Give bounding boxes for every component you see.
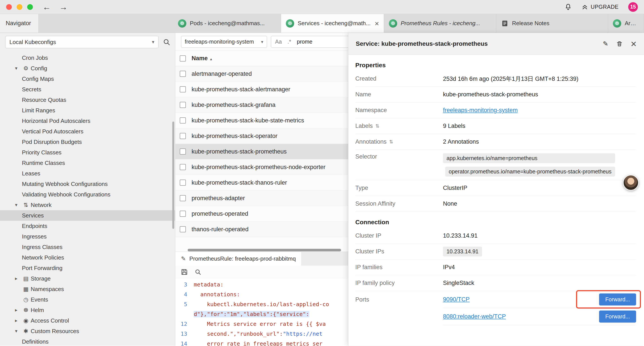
row-checkbox[interactable]: [180, 133, 186, 139]
sidebar-tree-item[interactable]: ▸ ◉ Access Control: [0, 315, 175, 326]
sidebar-tree-item[interactable]: Horizontal Pod Autoscalers: [0, 116, 175, 126]
row-checkbox[interactable]: [180, 226, 186, 232]
expand-collapse-icon[interactable]: ⇅: [389, 139, 393, 145]
notification-count-badge[interactable]: 15: [628, 2, 638, 12]
row-checkbox[interactable]: [180, 102, 186, 108]
sidebar-tree-item[interactable]: Cron Jobs: [0, 52, 175, 63]
sidebar-tree-item[interactable]: Limit Ranges: [0, 105, 175, 116]
close-icon[interactable]: ×: [631, 39, 636, 49]
tab-prometheus-rules[interactable]: ☸ Prometheus Rules - icecheng...: [384, 14, 496, 33]
regex-toggle[interactable]: .*: [288, 38, 291, 45]
select-all-checkbox[interactable]: [180, 55, 186, 61]
property-value: 10.233.14.91: [443, 232, 478, 239]
scrollbar-thumb[interactable]: [188, 249, 341, 251]
row-checkbox[interactable]: [180, 86, 186, 92]
edit-icon[interactable]: ✎: [603, 40, 608, 47]
sidebar-tree-item[interactable]: Endpoints: [0, 221, 175, 231]
expand-collapse-icon[interactable]: ⇅: [376, 123, 380, 129]
sidebar-tree-item[interactable]: ▸ ▤ Storage: [0, 273, 175, 284]
row-checkbox[interactable]: [180, 71, 186, 77]
row-checkbox[interactable]: [180, 180, 186, 186]
sidebar-scrollbar[interactable]: [172, 122, 174, 229]
forward-port-button[interactable]: Forward...: [599, 311, 636, 323]
forward-port-button[interactable]: Forward...: [599, 294, 636, 306]
sidebar-tree-item[interactable]: Network Policies: [0, 252, 175, 263]
kubeconfig-selector[interactable]: Local Kubeconfigs ▾: [5, 36, 158, 48]
tree-expander-icon[interactable]: ▾: [12, 202, 21, 208]
back-button[interactable]: ←: [42, 3, 51, 11]
row-checkbox[interactable]: [180, 164, 186, 170]
sidebar-tree-item[interactable]: Definitions: [0, 336, 175, 346]
sidebar-tree-item[interactable]: ▾ ⇅ Network: [0, 200, 175, 210]
sidebar-tree-item[interactable]: Ingresses: [0, 231, 175, 242]
editor-search-icon[interactable]: [195, 269, 201, 275]
tab-pods[interactable]: ☸ Pods - icecheng@mathmas...: [173, 14, 281, 33]
user-avatar[interactable]: [623, 175, 639, 191]
navigator-tree: Cron Jobs ▾ ⚙ Config Config Maps Secrets…: [0, 51, 175, 346]
tree-item-label: Port Forwarding: [22, 265, 62, 272]
sidebar-tree-item[interactable]: ▾ ⚙ Config: [0, 63, 175, 74]
name-column-header[interactable]: Name▲: [192, 55, 212, 62]
row-checkbox[interactable]: [180, 148, 186, 155]
upgrade-button[interactable]: UPGRADE: [582, 4, 618, 10]
tab-argo[interactable]: ☸ Argo Se: [608, 14, 644, 33]
row-checkbox[interactable]: [180, 195, 186, 201]
sidebar-tree-item[interactable]: ▾ ✱ Custom Resources: [0, 326, 175, 336]
row-checkbox[interactable]: [180, 211, 186, 217]
notifications-bell-icon[interactable]: [564, 3, 572, 11]
sidebar-tree-item[interactable]: Vertical Pod Autoscalers: [0, 126, 175, 137]
forward-button[interactable]: →: [59, 3, 68, 11]
sidebar-tree-item[interactable]: Port Forwarding: [0, 263, 175, 273]
sidebar-tree-item[interactable]: Ingress Classes: [0, 242, 175, 252]
zoom-window-button[interactable]: [27, 4, 33, 10]
namespace-selector[interactable]: freeleaps-monitoring-system ▾: [181, 36, 267, 48]
sidebar-tree-item[interactable]: ◷ Events: [0, 294, 175, 305]
property-value: ClusterIP: [443, 185, 467, 191]
delete-icon[interactable]: [616, 40, 623, 47]
namespace-link[interactable]: freeleaps-monitoring-system: [443, 107, 518, 114]
sidebar-tree-item[interactable]: Config Maps: [0, 74, 175, 84]
sidebar-tree-item[interactable]: Validating Webhook Configurations: [0, 189, 175, 200]
close-window-button[interactable]: [6, 4, 12, 10]
property-label: IP families: [355, 264, 443, 271]
tree-expander-icon[interactable]: ▸: [12, 318, 21, 324]
line-number: 3: [175, 281, 194, 288]
tab-release-notes[interactable]: Release Notes: [496, 14, 608, 33]
dock-tab-prometheusrule[interactable]: ✎ PrometheusRule: freeleaps-prod-rabbitm…: [175, 252, 302, 266]
tree-item-icon: ◉: [21, 317, 31, 324]
sidebar-tree-item[interactable]: Secrets: [0, 84, 175, 95]
tab-services[interactable]: ☸ Services - icecheng@math... ×: [281, 14, 384, 33]
sidebar-search-icon[interactable]: [163, 38, 170, 46]
navigator-panel-tab[interactable]: Navigator: [0, 14, 38, 33]
tree-expander-icon[interactable]: ▸: [12, 307, 21, 313]
tree-expander-icon[interactable]: ▾: [12, 65, 21, 71]
minimize-window-button[interactable]: [17, 4, 22, 10]
save-icon[interactable]: [180, 268, 188, 276]
sidebar-tree-item[interactable]: Services: [0, 210, 175, 221]
tree-item-label: Ingresses: [22, 233, 47, 240]
sidebar-tree-item[interactable]: Pod Disruption Budgets: [0, 137, 175, 147]
tab-strip: Navigator ☸ Pods - icecheng@mathmas... ☸…: [0, 14, 644, 33]
sidebar-tree-item[interactable]: ▦ Namespaces: [0, 284, 175, 294]
property-row-labels: Labels ⇅ 9 Labels: [355, 118, 636, 134]
tree-item-icon: ✱: [21, 328, 31, 335]
property-row-name: Name kube-prometheus-stack-prometheus: [355, 87, 636, 102]
match-case-toggle[interactable]: Aa: [275, 38, 282, 45]
sidebar-tree-item[interactable]: Leases: [0, 168, 175, 179]
sidebar-tree-item[interactable]: ▸ ☸ Helm: [0, 305, 175, 315]
port-link[interactable]: 8080:reloader-web/TCP: [443, 313, 506, 320]
port-link[interactable]: 9090/TCP: [443, 296, 470, 303]
tab-close-icon[interactable]: ×: [374, 20, 379, 27]
sidebar-tree-item[interactable]: Resource Quotas: [0, 95, 175, 105]
tree-expander-icon[interactable]: ▾: [12, 328, 21, 334]
row-checkbox[interactable]: [180, 117, 186, 123]
sidebar-tree-item[interactable]: Priority Classes: [0, 147, 175, 158]
tree-item-icon: ▦: [21, 286, 31, 293]
detail-panel-body: Properties Created 253d 16h 6m ago (2025…: [348, 55, 644, 346]
sidebar-tree-item[interactable]: Runtime Classes: [0, 158, 175, 168]
sort-asc-icon: ▲: [210, 57, 213, 61]
sidebar-tree-item[interactable]: Mutating Webhook Configurations: [0, 179, 175, 189]
tree-item-label: Vertical Pod Autoscalers: [22, 128, 83, 135]
tree-expander-icon[interactable]: ▸: [12, 276, 21, 281]
tree-item-label: Config Maps: [22, 75, 54, 82]
